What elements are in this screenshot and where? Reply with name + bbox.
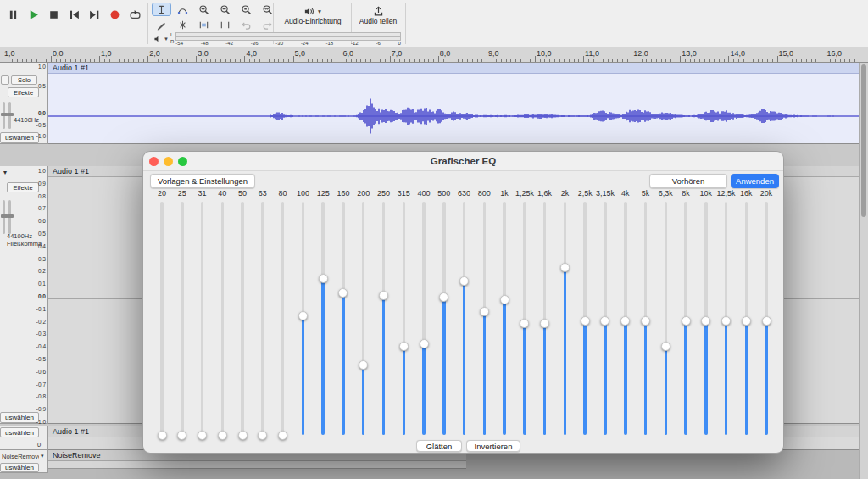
eq-slider-handle-10k[interactable]: [701, 316, 710, 326]
envelope-tool-button[interactable]: [173, 3, 192, 16]
eq-slider-fill: [382, 295, 386, 435]
track-menu-arrow-icon[interactable]: ▾: [41, 453, 44, 460]
audio-setup-button[interactable]: ▼ Audio-Einrichtung: [277, 3, 348, 29]
eq-slider-handle-6,3k[interactable]: [661, 342, 670, 351]
timeline-tick: [342, 56, 342, 62]
eq-slider-handle-100[interactable]: [298, 311, 308, 320]
eq-freq-label: 6,3k: [659, 189, 673, 198]
timeline-tick: [293, 56, 294, 62]
eq-slider-handle-1k[interactable]: [500, 295, 509, 304]
eq-slider-handle-63[interactable]: [258, 431, 267, 440]
invert-button[interactable]: Invertieren: [466, 440, 520, 452]
eq-slider-handle-31[interactable]: [198, 431, 207, 440]
timeline-tick: [637, 59, 637, 62]
timeline-tick: [249, 59, 250, 62]
timeline-tick: [94, 59, 95, 62]
eq-slider-track-50[interactable]: [241, 202, 244, 435]
ruler-label: 0,8: [38, 194, 46, 200]
track4-audio-area[interactable]: [48, 461, 466, 469]
eq-slider-fill: [624, 320, 627, 435]
zoom-selection-tool-button[interactable]: [236, 3, 256, 16]
eq-slider-handle-630[interactable]: [459, 276, 469, 286]
pause-button[interactable]: [3, 3, 23, 26]
track1-waveform-area[interactable]: [48, 74, 859, 144]
eq-slider-track-20[interactable]: [160, 202, 164, 435]
eq-slider-handle-1,6k[interactable]: [540, 319, 549, 328]
scrollbar-thumb[interactable]: [861, 64, 866, 217]
eq-slider-handle-80[interactable]: [278, 431, 287, 440]
eq-slider-handle-400[interactable]: [420, 339, 429, 348]
timeline-tick: [162, 59, 163, 62]
timeline-label: 4,0: [246, 49, 257, 58]
playback-meter[interactable]: ▼ L R -54-48-42-36-30-24-18-12-60: [153, 31, 401, 46]
redo-tool-button[interactable]: [258, 18, 277, 31]
eq-slider-handle-16k[interactable]: [742, 316, 751, 326]
undo-tool-button[interactable]: [236, 18, 256, 31]
eq-freq-label: 800: [478, 189, 491, 198]
skip-start-button[interactable]: [64, 3, 84, 26]
eq-slider-handle-12,5k[interactable]: [721, 316, 731, 326]
track1-panel: Solo Effekte 44100Hz uswählen 1,00,50,0-…: [0, 63, 48, 144]
eq-slider-handle-250[interactable]: [379, 291, 388, 300]
timeline-tick: [31, 59, 32, 62]
track1-clip-title[interactable]: Audio 1 #1: [48, 63, 859, 74]
loop-button[interactable]: [125, 3, 145, 26]
zoom-out-tool-button[interactable]: [215, 3, 235, 16]
eq-slider-handle-20[interactable]: [158, 431, 167, 440]
vertical-scrollbar[interactable]: [859, 63, 868, 479]
timeline-tick: [564, 59, 565, 62]
timeline-tick: [433, 59, 434, 62]
timeline-tick: [75, 59, 76, 62]
eq-slider-handle-1,25k[interactable]: [520, 319, 529, 328]
timeline-tick: [128, 59, 129, 62]
trim-audio-tool-button[interactable]: [194, 18, 214, 31]
draw-tool-button[interactable]: [152, 18, 171, 31]
smooth-button[interactable]: Glätten: [416, 440, 462, 452]
play-button[interactable]: [24, 3, 43, 26]
eq-slider-handle-2,5k[interactable]: [581, 316, 590, 326]
eq-slider-handle-25[interactable]: [177, 431, 186, 440]
eq-slider-handle-5k[interactable]: [641, 316, 650, 326]
stop-button[interactable]: [44, 3, 64, 26]
multi-tool-tool-button[interactable]: [173, 18, 192, 31]
eq-slider-track-80[interactable]: [281, 202, 285, 435]
eq-slider-handle-160[interactable]: [338, 288, 348, 298]
eq-slider-handle-3,15k[interactable]: [600, 316, 609, 326]
eq-slider-fill: [604, 320, 607, 435]
timeline-tick: [699, 59, 700, 62]
skip-end-button[interactable]: [85, 3, 104, 26]
record-button[interactable]: [105, 3, 125, 26]
timeline-ruler[interactable]: 1,00,01,02,03,04,05,06,07,08,09,010,011,…: [0, 47, 868, 63]
timeline-tick: [738, 59, 739, 62]
timeline-tick: [748, 59, 748, 62]
eq-slider-handle-40[interactable]: [218, 431, 227, 440]
silence-audio-tool-button[interactable]: [215, 18, 235, 31]
select-button[interactable]: uswählen: [0, 427, 39, 437]
eq-slider-handle-20k[interactable]: [762, 316, 771, 326]
eq-slider-track-31[interactable]: [201, 202, 204, 435]
eq-slider-track-25[interactable]: [181, 202, 184, 435]
timeline-tick: [617, 59, 618, 62]
eq-slider-handle-50[interactable]: [238, 431, 248, 440]
timeline-tick: [588, 59, 589, 62]
eq-slider-handle-800[interactable]: [480, 307, 489, 316]
eq-slider-handle-500[interactable]: [439, 292, 448, 302]
select-button[interactable]: uswählen: [0, 463, 39, 472]
eq-slider-handle-200[interactable]: [359, 360, 368, 370]
timeline-tick: [399, 59, 400, 62]
eq-slider-handle-315[interactable]: [399, 342, 409, 351]
eq-slider-handle-8k[interactable]: [682, 316, 691, 326]
selection-tool-button[interactable]: [152, 3, 171, 16]
eq-slider-track-63[interactable]: [261, 202, 264, 435]
eq-slider-handle-125[interactable]: [319, 274, 328, 283]
eq-slider-handle-2k[interactable]: [560, 263, 570, 272]
share-audio-button[interactable]: Audio teilen: [353, 3, 403, 29]
meter-channel-right: R: [170, 39, 174, 45]
timeline-tick: [694, 59, 695, 62]
eq-slider-track-40[interactable]: [221, 202, 225, 435]
zoom-in-tool-button[interactable]: [194, 3, 214, 16]
eq-slider-handle-4k[interactable]: [620, 316, 630, 326]
graphic-eq-dialog: Grafischer EQ Vorlagen & Einstellungen V…: [142, 151, 784, 454]
zoom-fit-tool-button[interactable]: [258, 3, 277, 16]
timeline-tick: [317, 59, 318, 62]
